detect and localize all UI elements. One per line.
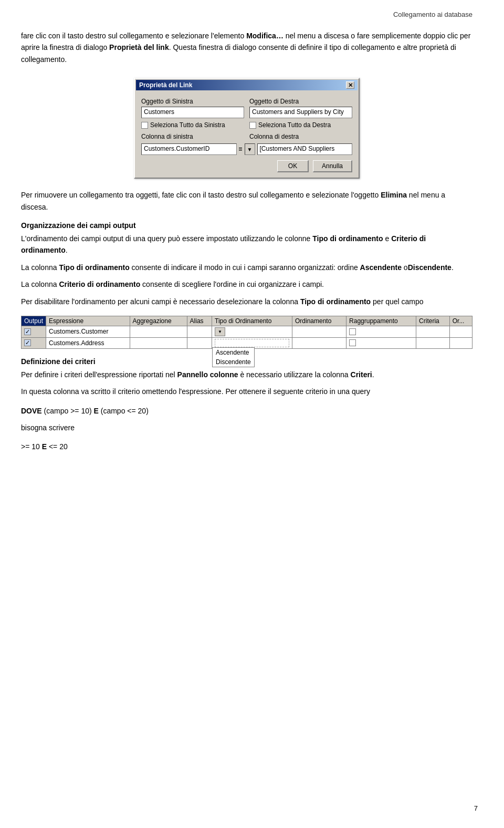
col-criteria: Criteria: [416, 316, 450, 326]
paragraph-3: Per rimuovere un collegamento tra oggett…: [21, 189, 472, 213]
paragraph-7: Per disabilitare l'ordinamento per alcun…: [21, 296, 472, 307]
row1-dropdown[interactable]: ▼: [215, 327, 225, 336]
row1-tipo-ord: ▼: [212, 326, 292, 337]
checkboxes-row: Seleziona Tutto da Sinistra Seleziona Tu…: [141, 121, 352, 129]
row2-or: [449, 337, 472, 348]
left-check-item: Seleziona Tutto da Sinistra: [141, 121, 244, 129]
row2-tipo-ord-empty: [215, 339, 289, 347]
row1-expression: Customers.Customer: [46, 326, 130, 337]
row2-checkbox[interactable]: ✓: [24, 339, 31, 346]
row1-criteria: [416, 326, 450, 337]
left-checkbox[interactable]: [141, 122, 148, 129]
right-check-item: Seleziona Tutto da Destra: [249, 121, 352, 129]
page-header-title: Collegamento ai database: [393, 11, 472, 18]
col-alias: Alias: [187, 316, 212, 326]
section1-heading: Organizzazione dei campi output: [21, 221, 472, 230]
dialog-content: Oggetto di Sinistra Customers Oggetto di…: [136, 94, 358, 177]
page-header: Collegamento ai database: [21, 11, 472, 20]
row2-expression: Customers.Address: [46, 337, 130, 348]
paragraph-11: bisogna scrivere: [21, 422, 472, 433]
dialog-container: Proprietà del Link ✕ Oggetto di Sinistra…: [21, 78, 472, 179]
row2-tipo-ord: Ascendente Discendente: [212, 337, 292, 348]
right-obj-input: Customers and Suppliers by City: [249, 107, 352, 118]
row2-raggruppamento: [346, 337, 416, 348]
dropdown-item-asc[interactable]: Ascendente: [213, 348, 254, 357]
left-check-label: Seleziona Tutto da Sinistra: [150, 121, 225, 129]
ok-button[interactable]: OK: [277, 160, 309, 172]
row1-or: [449, 326, 472, 337]
col-dropdown[interactable]: ▼: [245, 143, 255, 155]
left-colonna-input-row: Customers.CustomerID = ▼ [Customers AND …: [141, 143, 352, 155]
col-tipo-ord: Tipo di Ordinamento: [212, 316, 292, 326]
row1-checkbox[interactable]: ✓: [24, 328, 31, 335]
left-obj-col: Oggetto di Sinistra Customers: [141, 98, 244, 118]
row1-aggregazione: [130, 326, 187, 337]
right-obj-label: Oggetto di Destra: [249, 98, 352, 105]
paragraph-8: Per definire i criteri dell'espressione …: [21, 369, 472, 380]
row2-ragg-checkbox[interactable]: [349, 339, 356, 346]
row1-dropdown-cell: ▼: [215, 327, 289, 336]
row1-alias: [187, 326, 212, 337]
paragraph-5: La colonna Tipo di ordinamento consente …: [21, 262, 472, 273]
dropdown-item-desc[interactable]: Discendente: [213, 357, 254, 367]
col-aggregazione: Aggregazione: [130, 316, 187, 326]
row1-output: ✓: [22, 326, 46, 337]
column-labels-row: Colonna di sinistra Colonna di destra: [141, 133, 352, 140]
left-col-label: Colonna di sinistra: [141, 133, 193, 140]
row1-ordinamento: [292, 326, 346, 337]
left-col-input: Customers.CustomerID: [141, 143, 237, 155]
paragraph-6: La colonna Criterio di ordinamento conse…: [21, 278, 472, 290]
dialog-titlebar: Proprietà del Link ✕: [136, 80, 358, 90]
dialog-title: Proprietà del Link: [139, 81, 192, 89]
left-obj-input: Customers: [141, 107, 244, 118]
paragraph-9: In questa colonna va scritto il criterio…: [21, 386, 472, 397]
query-table-inner: Output Espressione Aggregazione Alias Ti…: [21, 316, 472, 349]
right-checkbox[interactable]: [249, 122, 256, 129]
query-table: Output Espressione Aggregazione Alias Ti…: [21, 316, 472, 349]
table-row: ✓ Customers.Address Ascendente Discenden…: [22, 337, 472, 348]
right-check-label: Seleziona Tutto da Destra: [258, 121, 331, 129]
cancel-button[interactable]: Annulla: [313, 160, 352, 172]
row2-output: ✓: [22, 337, 46, 348]
paragraph-4: L'ordinamento dei campi output di una qu…: [21, 233, 472, 256]
paragraph-12: >= 10 E <= 20: [21, 441, 472, 452]
row1-ragg-checkbox[interactable]: [349, 328, 356, 335]
left-colonna-col: Customers.CustomerID = ▼ [Customers AND …: [141, 143, 352, 155]
eq-sign: =: [239, 146, 243, 153]
row1-raggruppamento: [346, 326, 416, 337]
table-header-row: Output Espressione Aggregazione Alias Ti…: [22, 316, 472, 326]
row2-criteria: [416, 337, 450, 348]
row2-aggregazione: [130, 337, 187, 348]
col-output: Output: [22, 316, 46, 326]
col-expression: Espressione: [46, 316, 130, 326]
properties-dialog: Proprietà del Link ✕ Oggetto di Sinistra…: [134, 78, 360, 179]
dialog-buttons: OK Annulla: [141, 160, 352, 172]
right-col-label: Colonna di destra: [249, 133, 299, 140]
objects-row: Oggetto di Sinistra Customers Oggetto di…: [141, 98, 352, 118]
left-col-label-col: Colonna di sinistra: [141, 133, 244, 140]
left-obj-label: Oggetto di Sinistra: [141, 98, 244, 105]
dialog-close-button[interactable]: ✕: [346, 81, 354, 89]
paragraph-10: DOVE (campo >= 10) E (campo <= 20): [21, 405, 472, 417]
column-inputs-row: Customers.CustomerID = ▼ [Customers AND …: [141, 143, 352, 155]
dropdown-popup: Ascendente Discendente: [212, 347, 255, 367]
right-obj-col: Oggetto di Destra Customers and Supplier…: [249, 98, 352, 118]
right-col-input: [Customers AND Suppliers: [257, 143, 353, 155]
row2-alias: [187, 337, 212, 348]
table-row: ✓ Customers.Customer ▼: [22, 326, 472, 337]
row2-ordinamento: [292, 337, 346, 348]
page-number: 7: [474, 804, 478, 812]
col-ordinamento: Ordinamento: [292, 316, 346, 326]
right-col-label-col: Colonna di destra: [249, 133, 352, 140]
col-raggruppamento: Raggruppamento: [346, 316, 416, 326]
paragraph-1: fare clic con il tasto destro sul colleg…: [21, 30, 472, 65]
col-or: Or...: [449, 316, 472, 326]
